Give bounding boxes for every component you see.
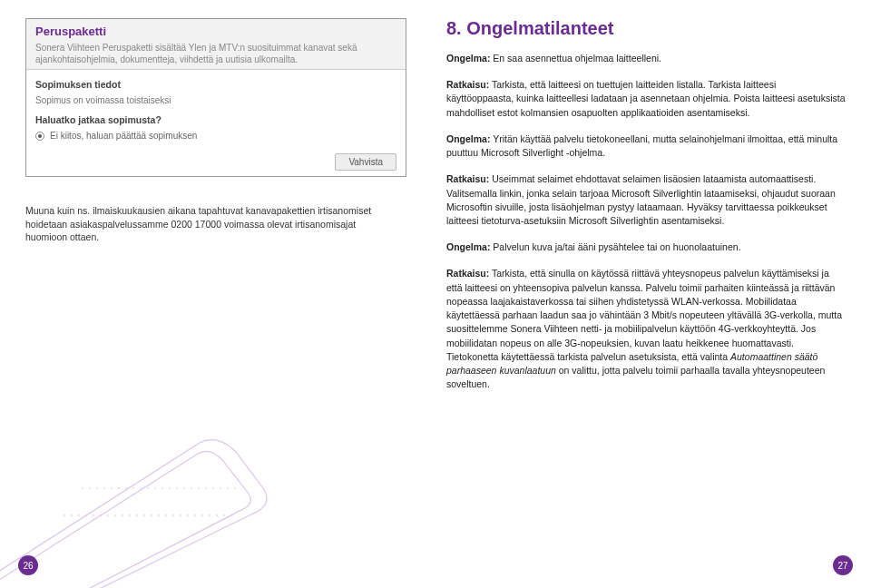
page-number-right: 27	[833, 555, 853, 575]
right-page: 8. Ongelmatilanteet Ongelma: En saa asen…	[436, 0, 871, 588]
solution-3: Ratkaisu: Tarkista, että sinulla on käyt…	[446, 267, 846, 391]
package-settings-panel: Peruspaketti Sonera Viihteen Peruspakett…	[25, 18, 406, 177]
left-caption-text: Muuna kuin ns. ilmaiskuukausien aikana t…	[25, 204, 388, 244]
solution-2-text: Useimmat selaimet ehdottavat selaimen li…	[446, 173, 836, 226]
problem-3-label: Ongelma:	[446, 241, 490, 252]
section-heading: 8. Ongelmatilanteet	[446, 18, 846, 39]
solution-3-text-part1: Tarkista, että sinulla on käytössä riitt…	[446, 268, 842, 361]
panel-title: Peruspaketti	[35, 24, 396, 38]
panel-body: Sopimuksen tiedot Sopimus on voimassa to…	[26, 70, 406, 176]
solution-3-label: Ratkaisu:	[446, 268, 489, 279]
problem-1: Ongelma: En saa asennettua ohjelmaa lait…	[446, 52, 846, 65]
contract-details-label: Sopimuksen tiedot	[35, 79, 396, 90]
cancel-radio-option[interactable]: Ei kiitos, haluan päättää sopimuksen	[35, 131, 396, 141]
solution-2: Ratkaisu: Useimmat selaimet ehdottavat s…	[446, 172, 846, 228]
tablet-outline-art	[0, 434, 272, 588]
continue-question-label: Haluatko jatkaa sopimusta?	[35, 114, 396, 125]
problem-3: Ongelma: Palvelun kuva ja/tai ääni pysäh…	[446, 240, 846, 254]
problem-1-text: En saa asennettua ohjelmaa laitteelleni.	[490, 53, 661, 64]
panel-header: Peruspaketti Sonera Viihteen Peruspakett…	[26, 19, 406, 70]
problem-2-label: Ongelma:	[446, 133, 490, 144]
problem-2: Ongelma: Yritän käyttää palvelu tietokon…	[446, 132, 846, 160]
left-page: Peruspaketti Sonera Viihteen Peruspakett…	[0, 0, 436, 588]
confirm-button[interactable]: Vahvista	[335, 153, 396, 171]
problem-2-text: Yritän käyttää palvelu tietokoneellani, …	[446, 133, 837, 158]
solution-2-label: Ratkaisu:	[446, 173, 489, 184]
panel-description: Sonera Viihteen Peruspaketti sisältää Yl…	[35, 42, 396, 65]
radio-label: Ei kiitos, haluan päättää sopimuksen	[50, 131, 197, 141]
problem-3-text: Palvelun kuva ja/tai ääni pysähtelee tai…	[490, 241, 740, 252]
page-number-left: 26	[18, 555, 38, 575]
problem-1-label: Ongelma:	[446, 53, 490, 64]
solution-1: Ratkaisu: Tarkista, että laitteesi on tu…	[446, 78, 846, 120]
radio-icon	[35, 132, 44, 141]
contract-status-text: Sopimus on voimassa toistaiseksi	[35, 95, 396, 105]
panel-footer: Vahvista	[35, 148, 396, 171]
solution-1-label: Ratkaisu:	[446, 79, 489, 90]
solution-1-text: Tarkista, että laitteesi on tuettujen la…	[446, 79, 846, 117]
